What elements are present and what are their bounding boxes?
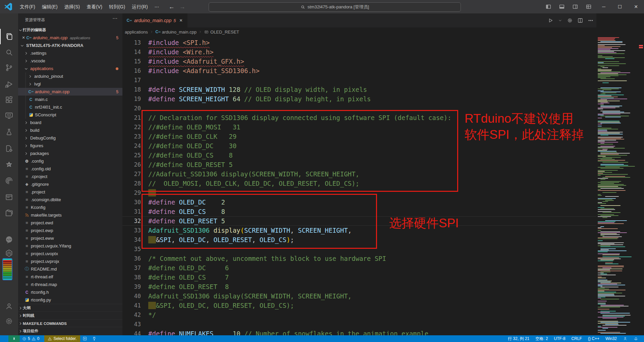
meter-extension-icon[interactable] [2, 258, 12, 280]
tree-item-build[interactable]: build [18, 126, 122, 134]
activity-settings-gear[interactable] [0, 314, 18, 329]
status-platform[interactable]: Win32 [602, 335, 620, 342]
tree-item-lvgl[interactable]: lvgl [18, 80, 122, 88]
activity-account[interactable] [0, 298, 18, 314]
menu-V[interactable]: 查看(V) [83, 0, 106, 13]
open-editors-header[interactable]: 打开的编辑器 [18, 26, 122, 34]
tree-item-rt-thread.map[interactable]: ≡rt-thread.map [18, 281, 122, 288]
breadcrumb-applications[interactable]: applications [125, 30, 148, 35]
tree-item-.sconsign.dblite[interactable]: ≡.sconsign.dblite [18, 196, 122, 204]
tree-item-project.ewp[interactable]: ≡project.ewp [18, 227, 122, 234]
close-button[interactable]: ✕ [628, 0, 644, 13]
status-encoding[interactable]: UTF-8 [551, 335, 569, 342]
tree-item-rtconfig.h[interactable]: Crtconfig.h [18, 288, 122, 296]
activity-run-debug[interactable] [0, 76, 18, 92]
remote-indicator[interactable] [8, 335, 20, 342]
activity-rt-thread-star[interactable]: RT [0, 157, 18, 173]
tree-item-arduino_pinout[interactable]: arduino_pinout [18, 72, 122, 80]
tree-item-main.c[interactable]: Cmain.c [18, 96, 122, 103]
activity-search[interactable] [0, 45, 18, 60]
section-[interactable]: 大纲 [18, 304, 122, 312]
problems-status[interactable]: 50 [20, 335, 42, 342]
code-area[interactable]: 13#include <SPI.h>14#include <Wire.h>15#… [122, 36, 596, 335]
tree-item-makefile.targets[interactable]: makefile.targets [18, 211, 122, 219]
tree-item-project.uvprojx[interactable]: ≡project.uvprojx [18, 258, 122, 265]
activity-beaker[interactable] [0, 124, 18, 140]
plug-status[interactable] [90, 335, 99, 342]
section-[interactable]: 项目组件 [18, 327, 122, 335]
tree-item-README.md[interactable]: ⓘREADME.md [18, 265, 122, 273]
menu-F[interactable]: 文件(F) [16, 0, 39, 13]
close-icon[interactable]: ✕ [179, 18, 183, 23]
tree-item-.gitignore[interactable]: ◈.gitignore [18, 180, 122, 188]
tree-item-.config.old[interactable]: ≡.config.old [18, 165, 122, 173]
activity-swirl[interactable] [0, 173, 18, 188]
activity-source-control[interactable] [0, 60, 18, 75]
open-editor-item[interactable]: ✕C++arduino_main.cppapplications5 [18, 34, 122, 42]
tree-item-DebugConfig[interactable]: DebugConfig [18, 134, 122, 142]
menu-more[interactable]: ⋯ [151, 0, 163, 13]
square-plus-status[interactable] [80, 335, 90, 342]
activity-file-gear[interactable] [0, 141, 18, 156]
tree-item-packages[interactable]: packages [18, 150, 122, 157]
tree-item-.config[interactable]: ⚙.config [18, 157, 122, 165]
minimap[interactable] [596, 36, 638, 335]
section-[interactable]: 时间线 [18, 311, 122, 320]
sidebar-more-actions[interactable]: ⋯ [112, 15, 118, 21]
activity-folder-library[interactable] [0, 205, 18, 221]
tree-item-SConscript[interactable]: SConscript [18, 111, 122, 119]
layout-sidebar-icon[interactable] [543, 2, 553, 12]
tree-item-.vscode[interactable]: .vscode [18, 57, 122, 65]
select-folder-warning[interactable]: Select folder. [44, 335, 80, 342]
tree-item-.project[interactable]: ≡.project [18, 188, 122, 196]
tree-item-project.eww[interactable]: ≡project.eww [18, 234, 122, 242]
tree-item-board[interactable]: board [18, 119, 122, 126]
layout-sidebar-right-icon[interactable] [570, 2, 580, 12]
command-center-search[interactable]: stm32l475-atk-pandora [管理员] [209, 2, 461, 12]
status-language-mode[interactable]: {} C++ [585, 335, 602, 342]
tree-item-arduino_main.cpp[interactable]: C++arduino_main.cpp5 [18, 88, 122, 96]
tree-item-project.uvoptx[interactable]: ≡project.uvoptx [18, 250, 122, 258]
status-notifications[interactable] [631, 335, 641, 342]
tree-item-nrf24l01_init.c[interactable]: Cnrf24l01_init.c [18, 103, 122, 111]
menu-R[interactable]: 运行(R) [128, 0, 151, 13]
status-indentation[interactable]: 空格: 2 [532, 335, 551, 342]
menu-G[interactable]: 转到(G) [106, 0, 128, 13]
split-editor-icon[interactable] [577, 17, 583, 23]
menu-E[interactable]: 编辑(E) [39, 0, 61, 13]
tree-item-rtconfig.py[interactable]: rtconfig.py [18, 296, 122, 304]
activity-panel-doc[interactable] [0, 189, 18, 205]
tree-item-.settings[interactable]: .settings [18, 49, 122, 57]
breadcrumb-OLED_RESET[interactable]: OLED_RESET [204, 30, 239, 35]
tree-item-project.ewd[interactable]: ≡project.ewd [18, 219, 122, 227]
tree-item-Kconfig[interactable]: ≡Kconfig [18, 204, 122, 211]
activity-files[interactable] [0, 29, 19, 44]
status-feedback[interactable] [620, 335, 631, 342]
section-MAKEFILECOMMANDS[interactable]: MAKEFILE COMMANDS [18, 319, 122, 327]
menu-S[interactable]: 选择(S) [61, 0, 84, 13]
tree-item-STM32L475-ATK-PANDORA[interactable]: STM32L475-ATK-PANDORA [18, 42, 122, 49]
minimize-button[interactable]: ─ [596, 0, 612, 13]
nav-forward-arrow[interactable]: → [179, 3, 185, 10]
tree-item-.cproject[interactable]: ≡.cproject [18, 173, 122, 180]
editor-scrollbar[interactable] [638, 13, 644, 335]
tab-arduino-main[interactable]: C++arduino_main.cpp5✕ [122, 13, 187, 27]
status-cursor-position[interactable]: 行 32, 列 21 [505, 335, 532, 342]
activity-extensions[interactable] [0, 92, 18, 108]
maximize-button[interactable]: ☐ [612, 0, 628, 13]
settings-gear-icon[interactable] [567, 17, 573, 23]
breadcrumb-arduino_main.cpp[interactable]: C++arduino_main.cpp [155, 30, 197, 35]
tree-item-rt-thread.elf[interactable]: ≡rt-thread.elf [18, 273, 122, 281]
nav-back-arrow[interactable]: ← [169, 3, 175, 10]
layout-customize-icon[interactable] [584, 2, 594, 12]
layout-panel-icon[interactable] [557, 2, 567, 12]
tree-item-figures[interactable]: figures [18, 142, 122, 150]
more-icon[interactable] [588, 17, 594, 23]
activity-remote-explorer[interactable] [0, 108, 18, 123]
tree-item-project.uvguix.Yifang[interactable]: ≡project.uvguix.Yifang [18, 242, 122, 250]
chevron-down-icon[interactable] [558, 18, 562, 23]
tree-item-applications[interactable]: applications [18, 65, 122, 72]
run-icon[interactable] [547, 17, 553, 23]
status-eol[interactable]: CRLF [569, 335, 585, 342]
close-icon[interactable]: ✕ [21, 36, 26, 40]
